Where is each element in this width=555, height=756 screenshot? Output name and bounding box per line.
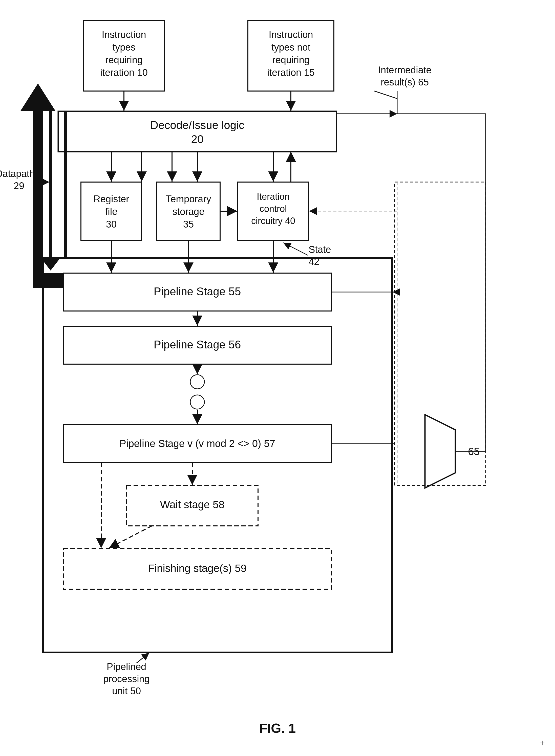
svg-text:processing: processing [103,673,150,684]
svg-text:Finishing stage(s) 59: Finishing stage(s) 59 [148,562,247,574]
svg-text:iteration 15: iteration 15 [267,67,315,78]
svg-text:file: file [105,206,118,217]
svg-text:unit 50: unit 50 [112,686,141,696]
svg-line-66 [374,91,397,99]
svg-text:State: State [309,244,331,255]
svg-text:Register: Register [93,194,129,204]
svg-text:Temporary: Temporary [166,194,211,204]
svg-text:42: 42 [309,256,319,267]
svg-text:circuitry 40: circuitry 40 [251,216,295,226]
svg-text:35: 35 [183,219,194,230]
svg-text:20: 20 [191,133,204,145]
svg-text:requiring: requiring [272,55,310,65]
svg-text:Datapath: Datapath [0,169,35,179]
svg-text:Pipeline Stage 55: Pipeline Stage 55 [154,285,241,297]
svg-line-79 [283,243,308,255]
svg-text:30: 30 [106,219,117,230]
svg-text:29: 29 [14,181,24,191]
svg-text:Instruction: Instruction [269,29,313,40]
svg-text:storage: storage [173,206,205,217]
svg-text:Intermediate: Intermediate [378,65,431,75]
fig-label: FIG. 1 [259,721,296,736]
svg-text:Decode/Issue logic: Decode/Issue logic [150,119,244,131]
diagram-container: Instruction types requiring iteration 10… [0,0,555,756]
svg-text:result(s) 65: result(s) 65 [381,77,429,88]
svg-text:Pipeline Stage v (v mod 2 <> 0: Pipeline Stage v (v mod 2 <> 0) 57 [119,438,275,449]
svg-text:Instruction: Instruction [102,29,146,40]
svg-text:iteration 10: iteration 10 [100,67,148,78]
svg-text:control: control [260,203,287,214]
diagram-svg: Instruction types requiring iteration 10… [0,0,555,756]
svg-rect-10 [58,111,336,152]
svg-text:types: types [113,42,136,53]
svg-text:Pipelined: Pipelined [107,661,146,672]
plus-icon: + [540,738,545,748]
svg-text:Pipeline Stage 56: Pipeline Stage 56 [154,338,241,351]
svg-rect-63 [395,182,486,485]
svg-text:types not: types not [271,42,311,53]
svg-text:Wait stage 58: Wait stage 58 [160,499,224,511]
svg-text:requiring: requiring [105,55,143,65]
svg-text:Iteration: Iteration [257,191,290,202]
